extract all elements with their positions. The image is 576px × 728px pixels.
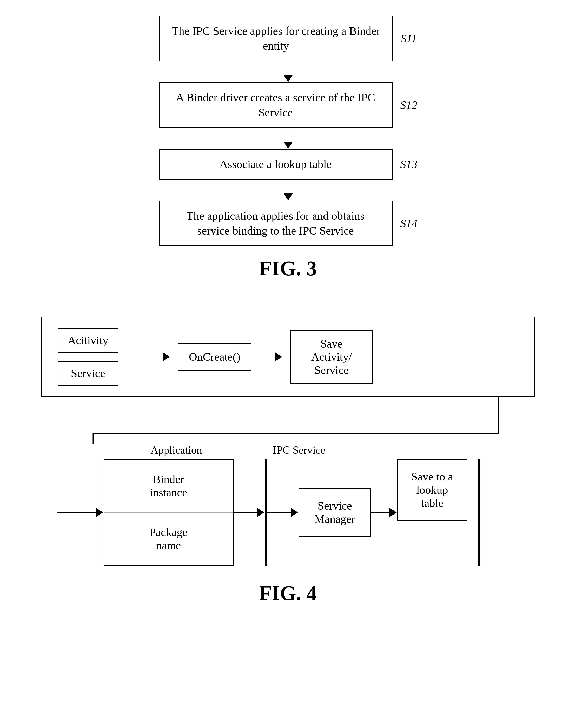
s12-label: S12 — [400, 98, 417, 112]
step-s11: The IPC Service applies for creating a B… — [159, 16, 417, 61]
arrow-to-oncreate — [142, 352, 170, 362]
package-name-box: Package name — [105, 513, 233, 565]
s13-text: Associate a lookup table — [220, 158, 332, 171]
s11-text: The IPC Service applies for creating a B… — [172, 25, 380, 52]
fig4-title: FIG. 4 — [259, 581, 317, 605]
s14-text: The application applies for and obtains … — [186, 210, 365, 237]
right-vertical-line — [478, 459, 480, 566]
binder-instance-box: Binder instance — [105, 460, 233, 513]
s11-label: S11 — [401, 32, 417, 45]
service-box: Service — [58, 361, 118, 386]
service-manager-section: Service Manager — [298, 459, 371, 566]
save-activity-box: Save Activity/ Service — [290, 330, 373, 384]
ipc-vertical-line — [265, 459, 267, 566]
activity-box: Acitivity — [58, 328, 118, 353]
s14-box: The application applies for and obtains … — [159, 201, 393, 246]
s11-box: The IPC Service applies for creating a B… — [159, 16, 393, 61]
s13-label: S13 — [400, 158, 417, 171]
s12-box: A Binder driver creates a service of the… — [159, 82, 393, 128]
fig4-top-section: Acitivity Service OnCreate() Save Activi… — [41, 316, 535, 397]
arrow-to-save — [259, 352, 282, 362]
fig4-connector-svg — [41, 397, 535, 444]
fig4-diagram: Acitivity Service OnCreate() Save Activi… — [21, 316, 555, 626]
s12-text: A Binder driver creates a service of the… — [176, 91, 375, 119]
application-box: Binder instance Package name — [104, 459, 234, 566]
fig4-bottom-labels: Application IPC Service — [41, 444, 535, 456]
application-label: Application — [104, 444, 249, 456]
fig4-top-left: Acitivity Service — [58, 328, 118, 386]
oncreate-box: OnCreate() — [178, 343, 252, 371]
save-lookup-section: Save to a lookup table — [397, 459, 467, 566]
arrow-1 — [171, 61, 405, 82]
step-s12: A Binder driver creates a service of the… — [159, 82, 417, 128]
service-manager-box: Service Manager — [298, 488, 371, 537]
fig3-flowchart: The IPC Service applies for creating a B… — [21, 16, 555, 301]
fig4-bottom-main: Binder instance Package name Service Man… — [41, 459, 535, 566]
step-s14: The application applies for and obtains … — [159, 201, 417, 246]
ipc-service-label: IPC Service — [273, 444, 325, 456]
save-lookup-box: Save to a lookup table — [397, 459, 467, 521]
arrow-2 — [171, 128, 405, 149]
fig3-title: FIG. 3 — [259, 256, 317, 280]
s13-box: Associate a lookup table — [159, 149, 393, 180]
arrow-3 — [171, 180, 405, 201]
step-s13: Associate a lookup table S13 — [159, 149, 417, 180]
s14-label: S14 — [400, 217, 417, 230]
